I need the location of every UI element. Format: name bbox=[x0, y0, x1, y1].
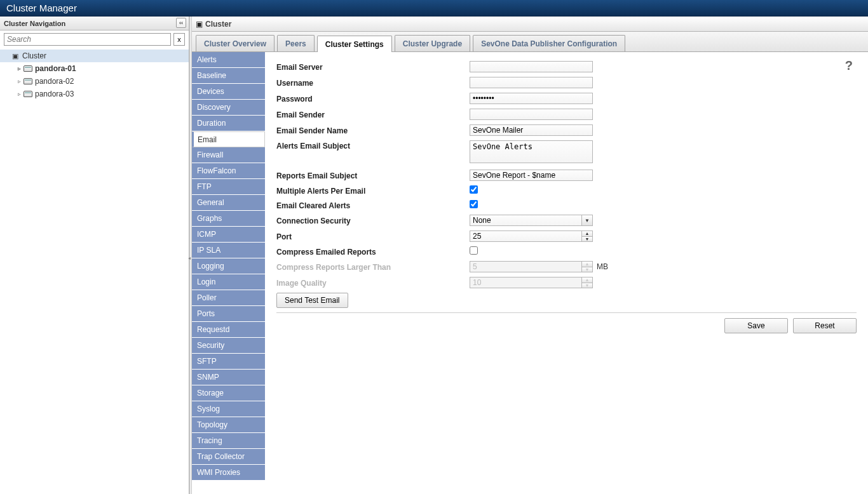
settings-nav-syslog[interactable]: Syslog bbox=[192, 401, 265, 417]
label-email-server: Email Server bbox=[276, 62, 470, 72]
search-clear-button[interactable]: x bbox=[173, 33, 185, 46]
server-icon bbox=[23, 77, 33, 86]
tab-cluster-overview[interactable]: Cluster Overview bbox=[196, 35, 275, 51]
breadcrumb-label: Cluster bbox=[205, 20, 231, 29]
settings-nav-requestd[interactable]: Requestd bbox=[192, 322, 265, 338]
tree-node-pandora-01[interactable]: ▹pandora-01 bbox=[0, 62, 189, 75]
search-input[interactable] bbox=[4, 33, 171, 46]
reset-button[interactable]: Reset bbox=[793, 318, 857, 333]
label-email-sender: Email Sender bbox=[276, 109, 470, 119]
settings-nav-ip-sla[interactable]: IP SLA bbox=[192, 243, 265, 258]
label-conn-security: Connection Security bbox=[276, 215, 470, 225]
compress-larger-field bbox=[470, 261, 581, 272]
email-cleared-checkbox[interactable] bbox=[470, 200, 478, 208]
label-username: Username bbox=[276, 77, 470, 88]
unit-mb: MB bbox=[597, 262, 608, 271]
tree-node-pandora-03[interactable]: ▹pandora-03 bbox=[0, 88, 189, 100]
username-field[interactable] bbox=[470, 77, 593, 88]
label-password: Password bbox=[276, 93, 470, 103]
settings-nav-alerts[interactable]: Alerts bbox=[192, 52, 265, 68]
email-server-field[interactable] bbox=[470, 61, 593, 72]
settings-nav-login[interactable]: Login bbox=[192, 274, 265, 290]
label-compress: Compress Emailed Reports bbox=[276, 246, 470, 257]
settings-nav-firewall[interactable]: Firewall bbox=[192, 147, 265, 163]
tab-cluster-upgrade[interactable]: Cluster Upgrade bbox=[395, 35, 470, 51]
expand-icon[interactable]: ▹ bbox=[15, 91, 23, 97]
email-sender-name-field[interactable] bbox=[470, 124, 593, 136]
conn-security-select[interactable] bbox=[470, 215, 581, 226]
spin-down-icon: ▼ bbox=[581, 267, 593, 273]
settings-nav-wmi-proxies[interactable]: WMI Proxies bbox=[192, 465, 265, 481]
alerts-subject-field[interactable]: SevOne Alerts bbox=[470, 140, 593, 163]
settings-nav-storage[interactable]: Storage bbox=[192, 385, 265, 401]
spin-up-icon: ▲ bbox=[581, 277, 593, 283]
splitter[interactable] bbox=[189, 17, 192, 494]
tree-node-label: pandora-03 bbox=[35, 90, 74, 98]
tree-node-label: pandora-01 bbox=[35, 64, 76, 73]
tab-cluster-settings[interactable]: Cluster Settings bbox=[317, 36, 392, 52]
label-alerts-subject: Alerts Email Subject bbox=[276, 140, 470, 150]
multiple-alerts-checkbox[interactable] bbox=[470, 185, 478, 194]
cluster-icon bbox=[10, 51, 20, 60]
label-port: Port bbox=[276, 231, 470, 241]
settings-nav-snmp[interactable]: SNMP bbox=[192, 370, 265, 385]
settings-nav-ftp[interactable]: FTP bbox=[192, 179, 265, 195]
label-email-sender-name: Email Sender Name bbox=[276, 125, 470, 135]
settings-nav-logging[interactable]: Logging bbox=[192, 258, 265, 274]
chevron-left-icon: ‹‹ bbox=[179, 20, 183, 26]
tree-node-pandora-02[interactable]: ▹pandora-02 bbox=[0, 75, 189, 88]
reports-subject-field[interactable] bbox=[470, 170, 593, 181]
password-field[interactable] bbox=[470, 93, 593, 104]
label-multiple-alerts: Multiple Alerts Per Email bbox=[276, 185, 470, 196]
label-compress-larger: Compress Reports Larger Than bbox=[276, 262, 470, 272]
help-icon[interactable]: ? bbox=[845, 58, 853, 73]
settings-nav-discovery[interactable]: Discovery bbox=[192, 100, 265, 116]
send-test-email-button[interactable]: Send Test Email bbox=[276, 293, 348, 308]
main-panel: Cluster Cluster OverviewPeersCluster Set… bbox=[192, 17, 868, 494]
expand-icon[interactable]: ▹ bbox=[15, 78, 23, 84]
settings-nav-sftp[interactable]: SFTP bbox=[192, 354, 265, 370]
settings-nav-duration[interactable]: Duration bbox=[192, 116, 265, 131]
sidebar-collapse-button[interactable]: ‹‹ bbox=[176, 18, 186, 28]
tab-peers[interactable]: Peers bbox=[277, 35, 315, 51]
settings-nav-devices[interactable]: Devices bbox=[192, 84, 265, 100]
server-icon bbox=[23, 64, 33, 73]
settings-nav-poller[interactable]: Poller bbox=[192, 290, 265, 306]
server-icon bbox=[23, 90, 33, 98]
cluster-tree: Cluster ▹pandora-01▹pandora-02▹pandora-0… bbox=[0, 48, 189, 102]
spin-up-icon[interactable]: ▲ bbox=[581, 230, 593, 236]
settings-nav-email[interactable]: Email bbox=[192, 131, 265, 147]
sidebar-title: Cluster Navigation bbox=[4, 20, 65, 27]
label-image-quality: Image Quality bbox=[276, 277, 470, 288]
sidebar: Cluster Navigation ‹‹ x Cluster ▹pandora… bbox=[0, 17, 189, 494]
spin-down-icon[interactable]: ▼ bbox=[581, 236, 593, 243]
image-quality-field bbox=[470, 277, 581, 288]
settings-nav-security[interactable]: Security bbox=[192, 338, 265, 354]
label-email-cleared: Email Cleared Alerts bbox=[276, 200, 470, 210]
tree-node-label: pandora-02 bbox=[35, 77, 74, 86]
settings-nav-trap-collector[interactable]: Trap Collector bbox=[192, 449, 265, 465]
spin-up-icon: ▲ bbox=[581, 261, 593, 267]
port-field[interactable] bbox=[470, 230, 581, 242]
settings-nav-flowfalcon[interactable]: FlowFalcon bbox=[192, 163, 265, 179]
email-sender-field[interactable] bbox=[470, 109, 593, 120]
settings-nav-general[interactable]: General bbox=[192, 195, 265, 211]
settings-nav: AlertsBaselineDevicesDiscoveryDurationEm… bbox=[192, 52, 265, 494]
settings-nav-baseline[interactable]: Baseline bbox=[192, 68, 265, 84]
tab-sevone-data-publisher-configuration[interactable]: SevOne Data Publisher Configuration bbox=[473, 35, 625, 51]
save-button[interactable]: Save bbox=[724, 318, 788, 333]
sidebar-header: Cluster Navigation ‹‹ bbox=[0, 17, 189, 30]
settings-nav-graphs[interactable]: Graphs bbox=[192, 211, 265, 227]
tree-root-cluster[interactable]: Cluster bbox=[0, 50, 189, 62]
settings-nav-icmp[interactable]: ICMP bbox=[192, 227, 265, 243]
app-title: Cluster Manager bbox=[0, 0, 868, 17]
chevron-down-icon[interactable]: ▼ bbox=[581, 215, 593, 226]
form-footer: Save Reset bbox=[276, 312, 857, 333]
settings-nav-topology[interactable]: Topology bbox=[192, 417, 265, 433]
settings-nav-tracing[interactable]: Tracing bbox=[192, 433, 265, 449]
label-reports-subject: Reports Email Subject bbox=[276, 170, 470, 180]
cluster-icon bbox=[196, 20, 205, 29]
compress-checkbox[interactable] bbox=[470, 246, 478, 255]
settings-nav-ports[interactable]: Ports bbox=[192, 306, 265, 322]
expand-icon[interactable]: ▹ bbox=[15, 65, 23, 72]
